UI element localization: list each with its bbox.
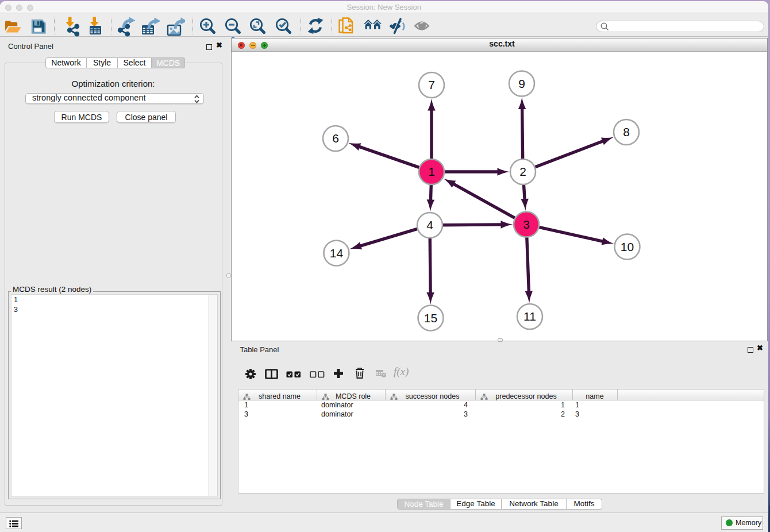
svg-text:15: 15 [424,311,437,325]
svg-text:6: 6 [332,132,339,145]
svg-text:4: 4 [426,218,433,232]
svg-text:11: 11 [523,310,536,323]
svg-text:10: 10 [621,240,634,253]
svg-text:14: 14 [330,246,344,260]
svg-text:8: 8 [623,125,630,138]
svg-text:3: 3 [523,218,530,231]
svg-text:1: 1 [428,165,435,178]
svg-text:2: 2 [519,165,526,178]
svg-text:9: 9 [518,77,525,90]
svg-text:7: 7 [428,78,435,91]
